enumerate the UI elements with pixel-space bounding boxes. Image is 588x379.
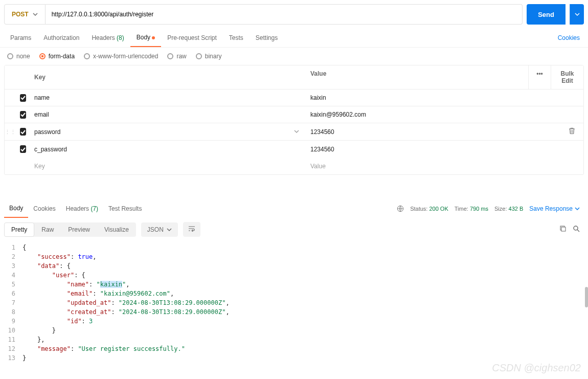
- copy-icon: [559, 225, 567, 232]
- radio-raw[interactable]: raw: [167, 53, 186, 60]
- tab-tests[interactable]: Tests: [223, 29, 250, 47]
- delete-row-button[interactable]: [569, 127, 575, 136]
- body-type-selector: none form-data x-www-form-urlencoded raw…: [0, 48, 588, 65]
- chevron-down-icon: [575, 12, 580, 17]
- row-checkbox[interactable]: [20, 128, 26, 136]
- scrollbar-thumb[interactable]: [585, 287, 588, 307]
- bulk-edit-button[interactable]: Bulk Edit: [551, 65, 583, 89]
- row-checkbox[interactable]: [20, 145, 26, 153]
- view-preview[interactable]: Preview: [61, 222, 97, 237]
- key-input[interactable]: [34, 128, 294, 136]
- row-checkbox[interactable]: [20, 94, 26, 102]
- type-dropdown[interactable]: [294, 128, 299, 136]
- tab-body[interactable]: Body: [130, 29, 161, 47]
- globe-icon[interactable]: [397, 205, 404, 212]
- drag-handle-icon[interactable]: ⋮⋮: [5, 130, 16, 133]
- size-value: 432 B: [509, 206, 524, 212]
- status-value: 200 OK: [429, 206, 448, 212]
- table-row: [5, 141, 583, 158]
- key-input[interactable]: [34, 94, 302, 101]
- value-input[interactable]: [310, 94, 579, 101]
- row-options-button[interactable]: •••: [528, 65, 551, 89]
- save-response-button[interactable]: Save Response: [529, 205, 580, 212]
- row-checkbox[interactable]: [20, 111, 26, 119]
- value-input[interactable]: [310, 111, 579, 118]
- radio-xwww[interactable]: x-www-form-urlencoded: [84, 53, 158, 60]
- table-row: [5, 106, 583, 123]
- table-header: Key Value ••• Bulk Edit: [5, 65, 583, 90]
- resp-tab-tests[interactable]: Test Results: [103, 200, 147, 217]
- value-header: Value: [306, 65, 528, 89]
- radio-formdata[interactable]: form-data: [39, 53, 75, 60]
- key-input[interactable]: [34, 111, 302, 118]
- search-button[interactable]: [573, 225, 580, 234]
- time-value: 790 ms: [470, 206, 488, 212]
- value-input[interactable]: [310, 128, 569, 136]
- view-segment: Pretty Raw Preview Visualize: [4, 222, 136, 237]
- request-bar: POST Send: [0, 0, 588, 29]
- resp-tab-cookies[interactable]: Cookies: [28, 200, 60, 217]
- search-icon: [573, 225, 580, 232]
- new-value-input[interactable]: [310, 163, 579, 170]
- table-row: ⋮⋮: [5, 123, 583, 141]
- language-select[interactable]: JSON: [141, 222, 178, 237]
- view-pretty[interactable]: Pretty: [4, 222, 34, 237]
- resp-tab-headers[interactable]: Headers (7): [61, 200, 103, 217]
- value-input[interactable]: [310, 146, 579, 153]
- new-key-input[interactable]: [34, 163, 302, 170]
- response-meta: Status: 200 OK Time: 790 ms Size: 432 B …: [397, 205, 584, 212]
- response-tabs: Body Cookies Headers (7) Test Results St…: [0, 199, 588, 218]
- modified-dot-icon: [152, 36, 155, 39]
- trash-icon: [569, 127, 575, 135]
- chevron-down-icon: [167, 227, 172, 232]
- wrap-icon: [188, 226, 195, 232]
- tab-headers[interactable]: Headers (8): [85, 29, 130, 47]
- request-tabs: Params Authorization Headers (8) Body Pr…: [0, 29, 588, 48]
- radio-binary[interactable]: binary: [196, 53, 222, 60]
- response-view-bar: Pretty Raw Preview Visualize JSON: [0, 218, 588, 241]
- cookies-link[interactable]: Cookies: [554, 29, 584, 47]
- method-label: POST: [12, 11, 29, 18]
- url-input[interactable]: [46, 4, 523, 25]
- key-input[interactable]: [34, 146, 302, 153]
- wrap-lines-button[interactable]: [183, 222, 200, 237]
- tab-params[interactable]: Params: [4, 29, 37, 47]
- key-header: Key: [30, 65, 306, 89]
- tab-authorization[interactable]: Authorization: [37, 29, 85, 47]
- svg-rect-2: [561, 227, 566, 231]
- chevron-down-icon: [33, 12, 38, 17]
- send-button[interactable]: Send: [527, 4, 566, 25]
- view-raw[interactable]: Raw: [34, 222, 61, 237]
- view-visualize[interactable]: Visualize: [97, 222, 136, 237]
- response-body[interactable]: 1{2 "success": true,3 "data": {4 "user":…: [0, 241, 588, 365]
- tab-prerequest[interactable]: Pre-request Script: [161, 29, 223, 47]
- send-dropdown[interactable]: [570, 4, 584, 25]
- radio-none[interactable]: none: [7, 53, 30, 60]
- svg-point-3: [574, 226, 578, 230]
- copy-button[interactable]: [559, 225, 567, 234]
- resp-tab-body[interactable]: Body: [4, 199, 28, 218]
- chevron-down-icon: [575, 206, 580, 211]
- tab-settings[interactable]: Settings: [250, 29, 284, 47]
- table-row: [5, 90, 583, 106]
- new-row: [5, 158, 583, 174]
- method-select[interactable]: POST: [4, 4, 46, 25]
- formdata-table: Key Value ••• Bulk Edit ⋮⋮: [4, 65, 584, 175]
